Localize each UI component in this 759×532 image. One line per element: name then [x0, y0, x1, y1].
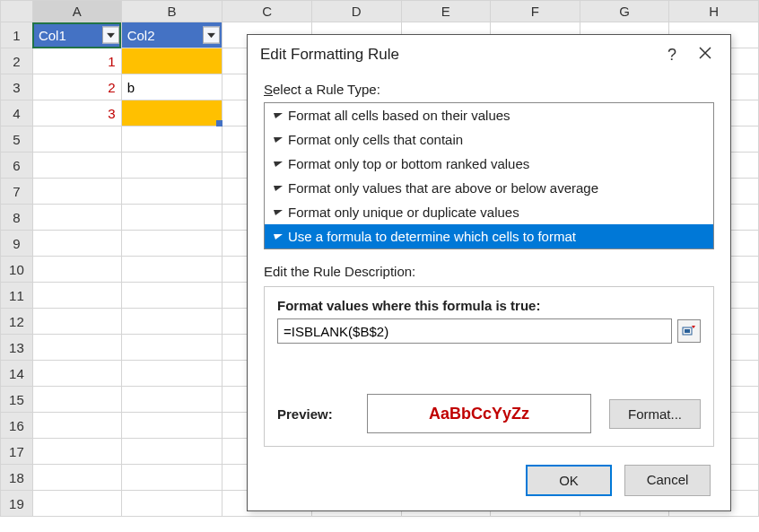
cell[interactable] — [121, 309, 222, 335]
cell[interactable] — [32, 283, 121, 309]
row-header-9[interactable]: 9 — [1, 231, 33, 257]
help-button[interactable]: ? — [651, 46, 693, 65]
row-header-4[interactable]: 4 — [1, 100, 33, 126]
table-resize-handle[interactable] — [216, 120, 222, 126]
select-all-corner[interactable] — [1, 1, 33, 22]
filter-button-col1[interactable] — [102, 27, 119, 44]
filter-button-col2[interactable] — [203, 27, 220, 44]
cell[interactable] — [121, 179, 222, 205]
col-header-C[interactable]: C — [222, 1, 312, 22]
row-header-5[interactable]: 5 — [1, 126, 33, 153]
table-header-col2[interactable]: Col2 — [121, 22, 222, 48]
preview-box: AaBbCcYyZz — [367, 394, 591, 433]
select-rule-type-label: Select a Rule Type: — [264, 82, 714, 97]
row-header-15[interactable]: 15 — [1, 387, 33, 413]
col-header-A[interactable]: A — [32, 1, 121, 22]
cell[interactable] — [32, 309, 121, 335]
cell[interactable] — [121, 205, 222, 231]
cell[interactable] — [32, 153, 121, 179]
svg-rect-1 — [685, 329, 690, 333]
rule-type-item[interactable]: Format only unique or duplicate values — [265, 200, 713, 224]
cell-A3[interactable]: 2 — [32, 74, 121, 100]
rule-description-box: Format values where this formula is true… — [264, 286, 714, 447]
rule-type-item[interactable]: Format all cells based on their values — [265, 103, 713, 127]
row-header-19[interactable]: 19 — [1, 491, 33, 517]
cell[interactable] — [121, 335, 222, 361]
row-header-14[interactable]: 14 — [1, 361, 33, 387]
cell[interactable] — [32, 413, 121, 439]
dialog-titlebar[interactable]: Edit Formatting Rule ? — [248, 35, 730, 74]
cell[interactable] — [121, 231, 222, 257]
cell[interactable] — [121, 153, 222, 179]
cell-B3[interactable]: b — [121, 74, 222, 100]
row-header-6[interactable]: 6 — [1, 153, 33, 179]
row-header-2[interactable]: 2 — [1, 48, 33, 74]
cell-A4[interactable]: 3 — [32, 100, 121, 126]
col-header-B[interactable]: B — [121, 1, 222, 22]
cell[interactable] — [121, 491, 222, 517]
cell[interactable] — [32, 205, 121, 231]
row-header-7[interactable]: 7 — [1, 179, 33, 205]
cell-A2[interactable]: 1 — [32, 48, 121, 74]
rule-type-item[interactable]: Format only top or bottom ranked values — [265, 152, 713, 176]
rule-type-item[interactable]: Format only cells that contain — [265, 127, 713, 152]
cell[interactable] — [32, 335, 121, 361]
cell[interactable] — [32, 387, 121, 413]
row-header-11[interactable]: 11 — [1, 283, 33, 309]
cancel-button[interactable]: Cancel — [624, 465, 711, 496]
close-button[interactable] — [693, 46, 718, 65]
col-header-G[interactable]: G — [580, 1, 669, 22]
preview-label: Preview: — [277, 406, 349, 422]
cell[interactable] — [32, 439, 121, 465]
col-header-H[interactable]: H — [669, 1, 759, 22]
rule-type-item-selected[interactable]: Use a formula to determine which cells t… — [265, 224, 713, 249]
formula-input[interactable] — [277, 318, 672, 344]
cell[interactable] — [32, 491, 121, 517]
cell[interactable] — [121, 126, 222, 153]
cell[interactable] — [121, 283, 222, 309]
col-header-F[interactable]: F — [491, 1, 580, 22]
table-header-col1[interactable]: Col1 — [32, 22, 121, 48]
table-header-label: Col2 — [127, 28, 155, 43]
row-header-1[interactable]: 1 — [1, 22, 33, 48]
cell[interactable] — [121, 361, 222, 387]
cell[interactable] — [121, 413, 222, 439]
cell[interactable] — [32, 465, 121, 491]
cell[interactable] — [121, 465, 222, 491]
cell[interactable] — [32, 179, 121, 205]
table-header-label: Col1 — [39, 28, 66, 43]
format-button[interactable]: Format... — [609, 399, 701, 429]
row-header-10[interactable]: 10 — [1, 257, 33, 283]
row-header-17[interactable]: 17 — [1, 439, 33, 465]
collapse-dialog-button[interactable] — [677, 319, 701, 343]
cell[interactable] — [32, 231, 121, 257]
row-header-16[interactable]: 16 — [1, 413, 33, 439]
edit-rule-description-label: Edit the Rule Description: — [264, 264, 714, 279]
row-header-8[interactable]: 8 — [1, 205, 33, 231]
formula-label: Format values where this formula is true… — [277, 298, 701, 313]
col-header-D[interactable]: D — [311, 1, 401, 22]
row-header-3[interactable]: 3 — [1, 74, 33, 100]
cell[interactable] — [32, 257, 121, 283]
row-header-12[interactable]: 12 — [1, 309, 33, 335]
rule-type-item[interactable]: Format only values that are above or bel… — [265, 176, 713, 200]
col-header-E[interactable]: E — [401, 1, 491, 22]
cell[interactable] — [32, 361, 121, 387]
dialog-title: Edit Formatting Rule — [260, 46, 399, 64]
row-header-13[interactable]: 13 — [1, 335, 33, 361]
edit-formatting-rule-dialog: Edit Formatting Rule ? Select a Rule Typ… — [247, 34, 731, 511]
cell-B4[interactable] — [121, 100, 222, 126]
cell[interactable] — [121, 439, 222, 465]
rule-type-list[interactable]: Format all cells based on their values F… — [264, 102, 714, 249]
cell-B2[interactable] — [121, 48, 222, 74]
cell[interactable] — [121, 257, 222, 283]
cell[interactable] — [121, 387, 222, 413]
ok-button[interactable]: OK — [526, 465, 612, 496]
row-header-18[interactable]: 18 — [1, 465, 33, 491]
cell[interactable] — [32, 126, 121, 153]
